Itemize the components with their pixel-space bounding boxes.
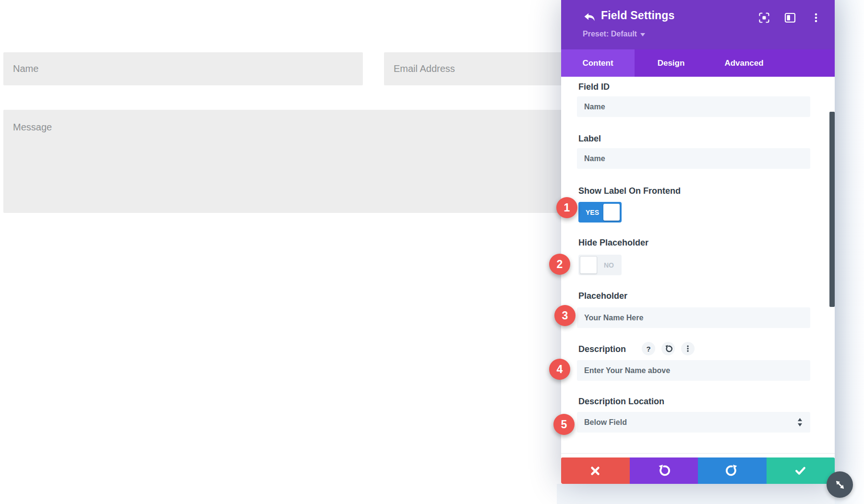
- hide-placeholder-toggle[interactable]: NO: [578, 255, 622, 275]
- marker-4: 4: [549, 359, 570, 380]
- options-dots-icon[interactable]: [681, 342, 695, 355]
- more-options-icon[interactable]: [810, 12, 822, 24]
- panel-title: Field Settings: [601, 9, 675, 22]
- show-label-on-frontend-label: Show Label On Frontend: [578, 186, 681, 196]
- background-strip-bottom: [557, 484, 835, 504]
- marker-3: 3: [554, 305, 576, 326]
- placeholder-label: Placeholder: [578, 291, 627, 301]
- reset-icon[interactable]: [661, 342, 675, 355]
- marker-2: 2: [549, 254, 570, 275]
- tab-bar: Content Design Advanced: [561, 49, 835, 77]
- description-input[interactable]: [577, 360, 810, 381]
- caret-down-icon: [640, 30, 645, 38]
- save-button[interactable]: [767, 457, 835, 484]
- placeholder-input[interactable]: [577, 307, 810, 328]
- description-location-label: Description Location: [578, 396, 664, 407]
- marker-5: 5: [553, 414, 575, 435]
- preset-label: Preset: Default: [583, 30, 637, 38]
- tab-advanced[interactable]: Advanced: [708, 49, 780, 77]
- toggle-no-label: NO: [604, 261, 614, 269]
- scrollbar[interactable]: [829, 112, 835, 307]
- background-strip-right: [835, 0, 864, 504]
- undo-button[interactable]: [630, 457, 698, 484]
- preset-selector[interactable]: Preset: Default: [583, 30, 645, 38]
- description-option-icons: ?: [642, 342, 695, 355]
- discard-button[interactable]: [561, 457, 630, 484]
- split-view-icon[interactable]: [784, 12, 796, 24]
- tab-content[interactable]: Content: [561, 49, 635, 77]
- resize-handle[interactable]: [827, 471, 853, 498]
- field-settings-panel: Field Settings Preset: Default: [561, 0, 835, 484]
- panel-header: Field Settings Preset: Default: [561, 0, 835, 49]
- header-actions: [758, 12, 822, 24]
- select-arrows-icon: [797, 418, 803, 429]
- label-input[interactable]: [577, 148, 810, 169]
- field-id-input[interactable]: [577, 96, 810, 117]
- panel-footer: [561, 457, 835, 484]
- help-icon[interactable]: ?: [642, 342, 655, 355]
- footer-divider: [561, 453, 835, 454]
- tab-design[interactable]: Design: [635, 49, 708, 77]
- zoom-focus-icon[interactable]: [758, 12, 770, 24]
- back-icon[interactable]: [582, 11, 597, 25]
- description-label: Description: [578, 344, 626, 354]
- toggle-knob: [580, 256, 597, 274]
- page: Field Settings Preset: Default: [0, 0, 864, 504]
- toggle-knob: [603, 204, 620, 221]
- help-glyph: ?: [646, 345, 650, 353]
- show-label-toggle[interactable]: YES: [578, 202, 622, 223]
- redo-button[interactable]: [698, 457, 767, 484]
- hide-placeholder-label: Hide Placeholder: [578, 237, 648, 248]
- toggle-yes-label: YES: [586, 209, 599, 216]
- description-location-select[interactable]: Below Field: [577, 412, 810, 433]
- selected-option: Below Field: [584, 418, 627, 427]
- label-label: Label: [578, 133, 601, 144]
- field-id-label: Field ID: [578, 82, 610, 92]
- marker-1: 1: [556, 197, 577, 218]
- name-input[interactable]: [3, 52, 363, 85]
